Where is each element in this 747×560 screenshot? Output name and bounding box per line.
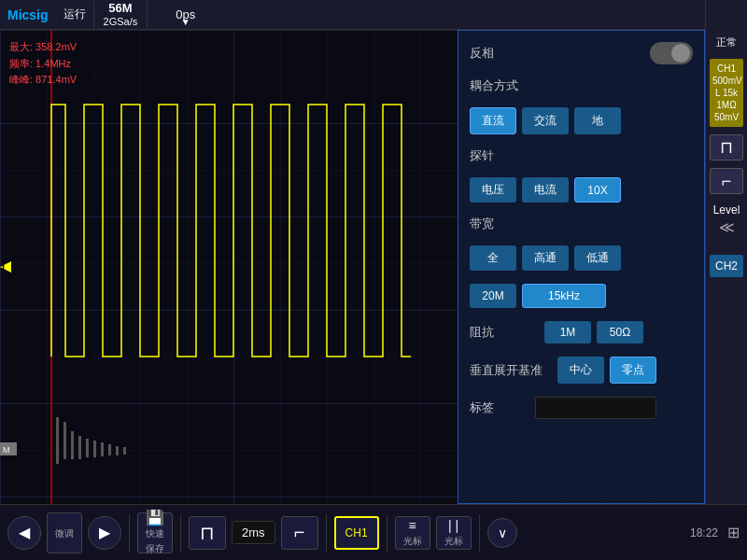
cursor2-icon: | | [448, 518, 458, 533]
svg-rect-8 [93, 441, 96, 457]
save-label2: 保存 [146, 542, 164, 555]
probe-label: 探针 [470, 147, 535, 164]
vert-center-btn[interactable]: 中心 [557, 357, 604, 384]
header-bar: Micsig 运行 56M 2GSa/s 0ps ▼ ⊕1V [0, 0, 747, 30]
impedance-label: 阻抗 [470, 324, 535, 341]
frequency-block: 56M 2GSa/s [93, 1, 148, 28]
prev-button[interactable]: ◀ [7, 516, 41, 550]
wave-fall-icon: ⌐ [294, 522, 305, 543]
fine-tune-label: 微调 [55, 527, 74, 540]
probe-10x-btn[interactable]: 10X [574, 177, 621, 203]
time-value-display: 2ms [232, 521, 275, 544]
toggle-knob [671, 44, 690, 63]
quick-save-btn[interactable]: 💾 快速 保存 [137, 512, 173, 553]
wave-rise-icon: ⊓ [200, 522, 215, 544]
save-label: 快速 [146, 527, 164, 540]
level-chevrons: ≪ [713, 218, 740, 236]
ch1-coupling: 50mV [712, 111, 740, 123]
channel-settings-panel: 反相 耦合方式 直流 交流 地 探针 电压 电流 10X 带宽 全 高通 低通 [458, 30, 705, 504]
ch1-volts: 500mV [712, 75, 740, 87]
coupling-gnd-btn[interactable]: 地 [574, 107, 621, 134]
invert-toggle[interactable] [650, 42, 693, 64]
vertical-label: 垂直展开基准 [470, 362, 554, 379]
more-button[interactable]: ∨ [487, 518, 517, 548]
save-icon: 💾 [146, 511, 164, 525]
more-icon: ∨ [498, 525, 507, 540]
ch1-select-btn[interactable]: CH1 [334, 516, 379, 550]
clock-display: 18:22 [690, 526, 718, 539]
divider-4 [387, 514, 388, 552]
coupling-buttons: 直流 交流 地 [470, 107, 693, 134]
svg-rect-3 [56, 417, 59, 464]
invert-label: 反相 [470, 45, 535, 62]
bw-highpass-btn[interactable]: 高通 [522, 245, 569, 271]
coupling-row: 耦合方式 [470, 77, 693, 94]
bw-all-btn[interactable]: 全 [470, 245, 516, 271]
probe-current-btn[interactable]: 电流 [522, 177, 569, 203]
level-text: Level [713, 203, 740, 217]
ch2-button[interactable]: CH2 [710, 255, 743, 277]
wave-rise-btn[interactable]: ⊓ [189, 516, 226, 550]
measurement-labels: 最大: 358.2mV 频率: 1.4MHz 峰峰: 871.4mV [9, 39, 77, 89]
divider-5 [479, 514, 480, 552]
divider-1 [129, 514, 130, 552]
bottom-toolbar: ◀ 微调 ▶ 💾 快速 保存 ⊓ 2ms ⌐ CH1 ≡ 光标 | | 光标 ∨… [0, 504, 747, 560]
bw-freq-group: 20M 15kHz [470, 284, 606, 308]
divider-3 [326, 514, 327, 552]
trigger-mode-label: 正常 [716, 35, 737, 49]
cursor-marker: ▼ [181, 17, 190, 27]
svg-text:1: 1 [1, 263, 6, 273]
imp-50ohm-btn[interactable]: 50Ω [597, 321, 643, 343]
invert-row: 反相 [470, 42, 693, 64]
svg-rect-6 [78, 436, 81, 459]
imp-1m-btn[interactable]: 1M [544, 321, 591, 343]
tag-label: 标签 [470, 399, 535, 416]
run-status: 运行 [56, 7, 93, 22]
cursor2-btn[interactable]: | | 光标 [436, 516, 472, 550]
bandwidth-row: 带宽 [470, 216, 693, 232]
svg-rect-5 [71, 431, 74, 459]
measure-freq: 频率: 1.4MHz [9, 56, 77, 73]
impedance-btn-group: 1M 50Ω [544, 321, 643, 343]
tag-input[interactable] [535, 397, 656, 419]
cursor1-label: 光标 [403, 535, 422, 548]
svg-rect-11 [116, 446, 119, 455]
play-button[interactable]: ▶ [88, 516, 121, 550]
svg-rect-12 [123, 447, 126, 455]
vert-zero-btn[interactable]: 零点 [610, 357, 656, 384]
probe-buttons: 电压 电流 10X [470, 177, 693, 203]
cursor1-icon: ≡ [408, 518, 416, 533]
coupling-btn-group: 直流 交流 地 [470, 107, 621, 134]
probe-icon-1: ⊓ [710, 134, 743, 161]
probe-icon-2: ⌐ [710, 168, 743, 194]
prev-icon: ◀ [19, 524, 30, 541]
coupling-dc-btn[interactable]: 直流 [470, 107, 516, 134]
divider-2 [180, 514, 181, 552]
measure-vpp: 峰峰: 871.4mV [9, 72, 77, 89]
vertical-btn-group: 中心 零点 [557, 357, 656, 384]
ch1-settings-box[interactable]: CH1 500mV L 15k 1MΩ 50mV [710, 59, 743, 127]
bw-lowpass-btn[interactable]: 低通 [574, 245, 621, 271]
play-icon: ▶ [99, 524, 110, 541]
time-offset-block: 0ps ▼ [148, 7, 223, 21]
cursor2-label: 光标 [444, 535, 463, 548]
probe-voltage-btn[interactable]: 电压 [470, 177, 516, 203]
bw-buttons-row1: 全 高通 低通 [470, 245, 693, 271]
wave-fall-btn[interactable]: ⌐ [281, 516, 318, 550]
svg-rect-7 [86, 439, 89, 457]
probe-row: 探针 [470, 147, 693, 164]
fine-tune-btn[interactable]: 微调 [47, 512, 82, 553]
bw-buttons-row2: 20M 15kHz [470, 284, 693, 308]
sample-rate: 2GSa/s [104, 16, 138, 28]
right-sidebar: 正常 CH1 500mV L 15k 1MΩ 50mV ⊓ ⌐ Level ≪ … [705, 0, 747, 504]
frequency-value: 56M [108, 1, 132, 16]
bw-btn-group: 全 高通 低通 [470, 245, 621, 271]
svg-rect-10 [108, 444, 111, 455]
impedance-row: 阻抗 1M 50Ω [470, 321, 693, 343]
bw-20m-btn[interactable]: 20M [470, 284, 516, 308]
coupling-ac-btn[interactable]: 交流 [522, 107, 569, 134]
probe-btn-group: 电压 电流 10X [470, 177, 621, 203]
bw-15khz-btn[interactable]: 15kHz [522, 284, 606, 308]
cursor1-btn[interactable]: ≡ 光标 [395, 516, 430, 550]
logo: Micsig [0, 7, 56, 22]
